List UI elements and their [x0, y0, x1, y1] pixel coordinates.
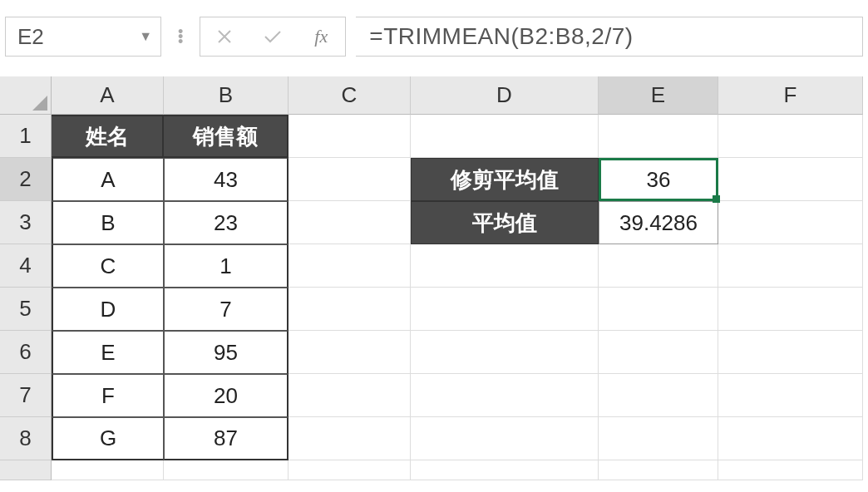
row-header-6[interactable]: 6 [0, 331, 52, 374]
cell-E2[interactable]: 36 [599, 158, 718, 201]
cell-D1[interactable] [411, 115, 599, 158]
cell-D7[interactable] [411, 374, 599, 417]
cell-F2[interactable] [718, 158, 863, 201]
label-mean[interactable]: 平均值 [411, 201, 599, 244]
row-header-2[interactable]: 2 [0, 158, 52, 201]
cell-D4[interactable] [411, 244, 599, 288]
row-header-5[interactable]: 5 [0, 288, 52, 331]
cell-B9[interactable] [164, 460, 289, 480]
table-row: 5 D 7 [0, 288, 868, 331]
table-row: 2 A 43 修剪平均值 36 [0, 158, 868, 201]
cell-A7[interactable]: F [52, 374, 164, 417]
table-row: 7 F 20 [0, 374, 868, 417]
cell-C8[interactable] [289, 417, 411, 460]
cell-F7[interactable] [718, 374, 863, 417]
fx-button[interactable]: fx [297, 17, 345, 57]
cell-C4[interactable] [289, 244, 411, 288]
cell-B3[interactable]: 23 [164, 201, 289, 244]
cell-F5[interactable] [718, 288, 863, 331]
formula-text: =TRIMMEAN(B2:B8,2/7) [369, 23, 633, 50]
cell-F1[interactable] [718, 115, 863, 158]
table-row: 1 姓名 销售额 [0, 115, 868, 158]
table-row: 6 E 95 [0, 331, 868, 374]
vertical-dots-icon[interactable]: ••• [171, 29, 190, 44]
col-header-D[interactable]: D [411, 76, 599, 115]
cell-E8[interactable] [599, 417, 718, 460]
cell-D5[interactable] [411, 288, 599, 331]
cell-A8[interactable]: G [52, 417, 164, 460]
cancel-formula-button[interactable] [200, 17, 249, 57]
grid-rows: 1 姓名 销售额 2 A 43 修剪平均值 36 3 B 23 平均值 39.4… [0, 115, 868, 480]
cell-B6[interactable]: 95 [164, 331, 289, 374]
spreadsheet-grid: A B C D E F 1 姓名 销售额 2 A 43 修剪平均值 36 [0, 76, 868, 480]
cell-A4[interactable]: C [52, 244, 164, 288]
col-header-C[interactable]: C [289, 76, 411, 115]
cell-D6[interactable] [411, 331, 599, 374]
row-header-8[interactable]: 8 [0, 417, 52, 460]
cell-F6[interactable] [718, 331, 863, 374]
cell-B7[interactable]: 20 [164, 374, 289, 417]
cell-B2[interactable]: 43 [164, 158, 289, 201]
cell-D9[interactable] [411, 460, 599, 480]
col-header-A[interactable]: A [52, 76, 164, 115]
name-box-value: E2 [17, 24, 44, 50]
cell-B5[interactable]: 7 [164, 288, 289, 331]
label-trimmed-mean[interactable]: 修剪平均值 [411, 158, 599, 201]
row-header-4[interactable]: 4 [0, 244, 52, 288]
cell-A9[interactable] [52, 460, 164, 480]
cell-E4[interactable] [599, 244, 718, 288]
header-name[interactable]: 姓名 [52, 115, 164, 158]
table-row: 3 B 23 平均值 39.4286 [0, 201, 868, 244]
cell-F4[interactable] [718, 244, 863, 288]
cell-C2[interactable] [289, 158, 411, 201]
row-header-7[interactable]: 7 [0, 374, 52, 417]
column-headers-row: A B C D E F [0, 76, 868, 115]
cell-E9[interactable] [599, 460, 718, 480]
cell-E1[interactable] [599, 115, 718, 158]
cell-A3[interactable]: B [52, 201, 164, 244]
cell-B4[interactable]: 1 [164, 244, 289, 288]
table-row [0, 460, 868, 480]
name-box[interactable]: E2 ▼ [5, 17, 161, 57]
select-all-corner[interactable] [0, 76, 52, 115]
table-row: 4 C 1 [0, 244, 868, 288]
cell-C1[interactable] [289, 115, 411, 158]
cell-E3[interactable]: 39.4286 [599, 201, 718, 244]
cell-F8[interactable] [718, 417, 863, 460]
cell-E5[interactable] [599, 288, 718, 331]
table-row: 8 G 87 [0, 417, 868, 460]
cell-C5[interactable] [289, 288, 411, 331]
cell-E7[interactable] [599, 374, 718, 417]
row-header-1[interactable]: 1 [0, 115, 52, 158]
header-sales[interactable]: 销售额 [164, 115, 289, 158]
cell-C6[interactable] [289, 331, 411, 374]
cell-C9[interactable] [289, 460, 411, 480]
formula-controls: fx [200, 17, 346, 57]
cell-D8[interactable] [411, 417, 599, 460]
cell-A5[interactable]: D [52, 288, 164, 331]
confirm-formula-button[interactable] [249, 17, 297, 57]
col-header-F[interactable]: F [718, 76, 863, 115]
row-header-9[interactable] [0, 460, 52, 480]
formula-input[interactable]: =TRIMMEAN(B2:B8,2/7) [356, 17, 863, 57]
cell-F3[interactable] [718, 201, 863, 244]
cell-E6[interactable] [599, 331, 718, 374]
cell-F9[interactable] [718, 460, 863, 480]
formula-bar: E2 ▼ ••• fx =TRIMMEAN(B2:B8,2/7) [0, 0, 868, 71]
row-header-3[interactable]: 3 [0, 201, 52, 244]
cell-A2[interactable]: A [52, 158, 164, 201]
cell-B8[interactable]: 87 [164, 417, 289, 460]
cell-A6[interactable]: E [52, 331, 164, 374]
cell-C3[interactable] [289, 201, 411, 244]
col-header-B[interactable]: B [164, 76, 289, 115]
cell-C7[interactable] [289, 374, 411, 417]
col-header-E[interactable]: E [599, 76, 718, 115]
chevron-down-icon[interactable]: ▼ [139, 29, 152, 44]
